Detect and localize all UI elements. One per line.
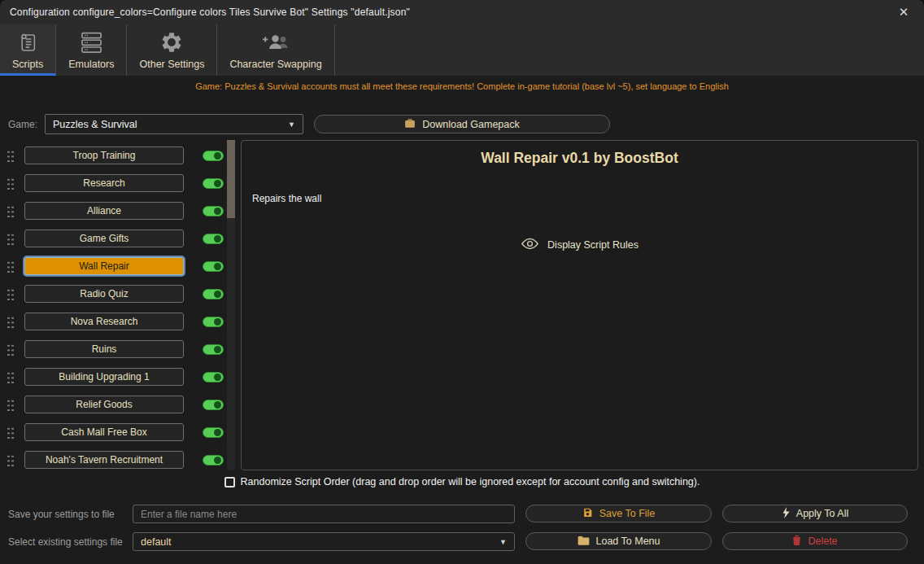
script-row: Relief Goods bbox=[0, 391, 226, 418]
download-gamepack-button[interactable]: Download Gamepack bbox=[314, 115, 610, 133]
display-script-rules-button[interactable]: Display Script Rules bbox=[242, 237, 917, 253]
drag-handle-icon[interactable] bbox=[7, 315, 14, 329]
script-toggle[interactable] bbox=[203, 206, 224, 216]
drag-handle-icon[interactable] bbox=[7, 343, 14, 356]
game-label: Game: bbox=[8, 119, 37, 130]
drag-handle-icon[interactable] bbox=[7, 260, 14, 273]
lightning-icon bbox=[782, 507, 790, 521]
script-toggle[interactable] bbox=[203, 427, 224, 438]
script-detail-panel: Wall Repair v0.1 by BoostBot Repairs the… bbox=[241, 140, 918, 470]
script-row: Noah's Tavern Recruitment bbox=[0, 446, 226, 470]
delete-button[interactable]: Delete bbox=[722, 532, 908, 550]
script-toggle[interactable] bbox=[203, 400, 224, 410]
drag-handle-icon[interactable] bbox=[7, 232, 14, 246]
script-button-game-gifts[interactable]: Game Gifts bbox=[24, 230, 184, 247]
script-row: Cash Mall Free Box bbox=[0, 418, 226, 446]
script-button-noahs-tavern-recruitment[interactable]: Noah's Tavern Recruitment bbox=[24, 451, 184, 469]
briefcase-icon bbox=[404, 118, 416, 131]
tab-label: Emulators bbox=[68, 59, 114, 76]
script-row: Ruins bbox=[0, 335, 226, 363]
tab-label: Scripts bbox=[12, 59, 43, 73]
apply-to-all-button[interactable]: Apply To All bbox=[722, 505, 908, 522]
randomize-checkbox[interactable] bbox=[224, 477, 235, 487]
scroll-icon bbox=[17, 29, 39, 55]
file-name-input[interactable] bbox=[133, 505, 515, 523]
chevron-down-icon: ▼ bbox=[288, 120, 295, 129]
tab-label: Other Settings bbox=[139, 59, 204, 76]
load-to-menu-button[interactable]: Load To Menu bbox=[525, 532, 712, 550]
scrollbar-thumb[interactable] bbox=[227, 140, 235, 218]
script-button-radio-quiz[interactable]: Radio Quiz bbox=[24, 285, 184, 303]
download-gamepack-label: Download Gamepack bbox=[422, 119, 520, 130]
title-bar: Configuration configure_colors=Configure… bbox=[0, 0, 924, 24]
settings-file-dropdown[interactable]: default ▼ bbox=[133, 532, 515, 551]
game-dropdown-value: Puzzles & Survival bbox=[53, 119, 288, 130]
script-toggle[interactable] bbox=[203, 344, 224, 355]
save-to-file-label: Save To File bbox=[599, 508, 656, 519]
window-title: Configuration configure_colors=Configure… bbox=[10, 7, 410, 18]
drag-handle-icon[interactable] bbox=[7, 453, 14, 467]
folder-icon bbox=[578, 536, 590, 548]
drag-handle-icon[interactable] bbox=[7, 426, 14, 439]
display-script-rules-label: Display Script Rules bbox=[547, 239, 639, 251]
close-icon[interactable]: ✕ bbox=[891, 2, 916, 23]
delete-label: Delete bbox=[808, 536, 837, 547]
script-button-alliance[interactable]: Alliance bbox=[24, 202, 184, 220]
tab-bar: Scripts Emulators Other Settings bbox=[0, 24, 924, 76]
script-button-research[interactable]: Research bbox=[24, 174, 184, 192]
script-button-ruins[interactable]: Ruins bbox=[24, 340, 184, 358]
script-row: Research bbox=[0, 169, 226, 197]
script-detail-title: Wall Repair v0.1 by BoostBot bbox=[242, 150, 917, 167]
script-description: Repairs the wall bbox=[252, 193, 321, 204]
script-row: Wall Repair bbox=[0, 252, 226, 280]
script-list: Troop Training Research Alliance Game Gi… bbox=[0, 142, 226, 470]
tab-scripts[interactable]: Scripts bbox=[0, 24, 56, 76]
game-dropdown[interactable]: Puzzles & Survival ▼ bbox=[45, 114, 303, 134]
script-button-relief-goods[interactable]: Relief Goods bbox=[24, 396, 184, 413]
chevron-down-icon: ▼ bbox=[499, 538, 507, 546]
drag-handle-icon[interactable] bbox=[7, 204, 14, 218]
tab-emulators[interactable]: Emulators bbox=[56, 24, 127, 76]
settings-file-value: default bbox=[141, 536, 499, 548]
script-button-building-upgrading-1[interactable]: Building Upgrading 1 bbox=[24, 368, 184, 386]
drag-handle-icon[interactable] bbox=[7, 370, 14, 384]
script-toggle[interactable] bbox=[203, 372, 224, 383]
server-stack-icon bbox=[79, 29, 104, 55]
drag-handle-icon[interactable] bbox=[7, 287, 14, 301]
add-person-icon bbox=[261, 29, 290, 55]
script-toggle[interactable] bbox=[203, 261, 224, 272]
trash-icon bbox=[792, 535, 801, 548]
floppy-disk-icon bbox=[582, 507, 593, 520]
load-to-menu-label: Load To Menu bbox=[596, 536, 660, 547]
tab-character-swapping[interactable]: Character Swapping bbox=[217, 24, 334, 76]
script-button-wall-repair[interactable]: Wall Repair bbox=[24, 257, 184, 275]
save-settings-label: Save your settings to file bbox=[8, 509, 115, 520]
apply-to-all-label: Apply To All bbox=[796, 508, 848, 519]
script-toggle[interactable] bbox=[203, 151, 224, 161]
script-row: Radio Quiz bbox=[0, 280, 226, 308]
script-toggle[interactable] bbox=[203, 455, 224, 466]
script-toggle[interactable] bbox=[203, 317, 224, 327]
script-row: Game Gifts bbox=[0, 225, 226, 252]
configuration-window: Configuration configure_colors=Configure… bbox=[0, 0, 924, 564]
gear-icon bbox=[160, 29, 183, 55]
script-row: Building Upgrading 1 bbox=[0, 363, 226, 391]
script-button-nova-research[interactable]: Nova Research bbox=[24, 313, 184, 330]
randomize-label: Randomize Script Order (drag and drop or… bbox=[241, 476, 700, 487]
script-toggle[interactable] bbox=[203, 234, 224, 244]
save-to-file-button[interactable]: Save To File bbox=[525, 505, 712, 522]
script-button-troop-training[interactable]: Troop Training bbox=[24, 146, 184, 164]
script-toggle[interactable] bbox=[203, 289, 224, 299]
script-button-cash-mall-free-box[interactable]: Cash Mall Free Box bbox=[24, 423, 184, 441]
eye-icon bbox=[521, 237, 539, 253]
script-row: Alliance bbox=[0, 197, 226, 225]
script-toggle[interactable] bbox=[203, 178, 224, 189]
script-row: Nova Research bbox=[0, 308, 226, 335]
drag-handle-icon[interactable] bbox=[7, 398, 14, 412]
drag-handle-icon[interactable] bbox=[7, 149, 14, 163]
tab-other-settings[interactable]: Other Settings bbox=[127, 24, 217, 76]
drag-handle-icon[interactable] bbox=[7, 177, 14, 190]
scrollbar-track[interactable] bbox=[227, 140, 235, 470]
randomize-script-order-row: Randomize Script Order (drag and drop or… bbox=[0, 476, 924, 487]
script-row: Troop Training bbox=[0, 142, 226, 169]
